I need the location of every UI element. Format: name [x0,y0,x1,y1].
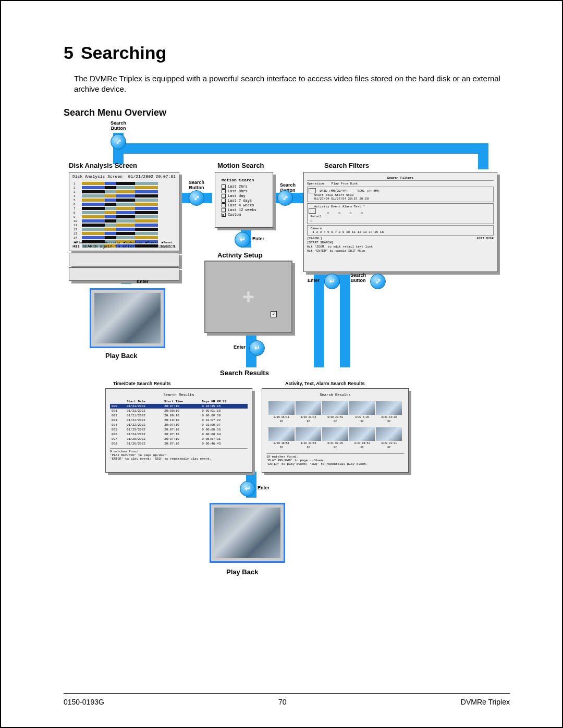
results-hint: 'PLAY REV/FWD' to page up/down [266,459,404,462]
section-heading: Search Menu Overview [64,107,510,118]
search-button-icon: ⤢ [189,190,204,206]
enter-label: Enter [308,278,320,283]
results-title: Search Results [266,393,404,397]
checkbox [222,189,226,193]
checkbox [222,184,226,189]
checkbox [222,208,226,212]
plus-icon: + [242,285,254,309]
chapter-heading: 5Searching [64,43,510,63]
results-table: Start DateStart TimeDays HH:MM:SS00001/2… [110,399,248,446]
flow-arrow [478,143,488,169]
checkbox [222,199,226,203]
motion-search-item: Last 4 weeks [228,203,254,207]
disk-analysis-sub2 [69,267,179,281]
enter-button-icon: ↵ [249,340,265,356]
checkbox [309,188,316,193]
flow-arrow [340,274,350,367]
motion-search-item: Last 7 days [228,199,252,203]
time-date-results-panel: Search Results Start DateStart TimeDays … [105,388,252,473]
checkbox [222,194,226,198]
search-filters-panel: Search Filters Operation: Play From Disk… [303,172,497,272]
checkbox [222,203,226,207]
sf-operation: Play From Disk [332,182,358,186]
enter-label: Enter [252,236,264,241]
search-button-icon: ⤢ [111,134,126,150]
enter-label: Enter [234,344,246,350]
results-matches: 9 matches found. [110,448,248,453]
disk-analysis-screen: Disk Analysis Screen 01/21/2002 20:07:01… [69,172,179,251]
playback-label: Play Back [226,568,258,576]
footer-left: 0150-0193G [64,698,104,706]
results-title: Search Results [110,393,248,397]
flow-arrow [314,274,324,367]
motion-search-label: Motion Search [217,162,264,169]
playback-thumbnail [210,503,285,563]
disk-analysis-title: Disk Analysis Screen [72,175,123,179]
page-footer: 0150-0193G 70 DVMRe Triplex [64,693,510,706]
motion-search-item: Custom [228,213,241,217]
search-button-label: Search Button [345,273,371,283]
disk-analysis-label: Disk Analysis Screen [69,162,137,169]
motion-search-item: Last 8hrs [228,189,248,193]
chapter-number: 5 [64,43,74,63]
time-date-results-label: Time/Date Search Results [113,381,170,386]
motion-search-panel: Motion Search Last 2hrsLast 8hrsLast day… [215,172,273,228]
results-hint: 'PLAY REV/FWD' to page up/down [110,453,248,457]
intro-text: The DVMRe Triplex is equipped with a pow… [74,73,501,95]
activity-checkbox: ✓ [271,311,277,317]
enter-label: Enter [137,279,149,284]
enter-button-icon: ↵ [324,274,340,289]
chapter-title: Searching [81,43,166,63]
flow-diagram: Search Button ⤢ Disk Analysis Screen Dis… [69,122,507,607]
flow-arrow [118,143,488,154]
alarm-results-panel: Search Results 3/19 06:113/19 21:423/19 … [262,388,409,473]
thumbnail-grid: 3/19 06:113/19 21:423/19 23:513/20 6:263… [266,399,404,425]
search-button-label: Search Button [183,180,210,190]
checkbox: ⊠ [222,213,226,217]
motion-search-item: Last 12 weeks [228,208,256,212]
disk-analysis-timestamp: 01/21/2002 20:07:01 [128,175,176,179]
results-hint: 'ENTER' to play event; 'SEQ' to repeated… [110,457,248,461]
playback-label: Play Back [105,352,137,360]
alarm-results-label: Activity, Text, Alarm Search Results [285,381,364,386]
results-hint: 'ENTER' to play event; 'SEQ' to repeated… [266,462,404,466]
disk-analysis-sub1 [69,253,179,266]
thumbnail-grid: 3/20 18:513/20 21:543/21 02:253/21 03:51… [266,425,404,451]
activity-setup-panel: + ✓ [204,261,292,333]
footer-center: 70 [278,698,287,706]
motion-search-item: Last day [228,194,246,198]
search-button-label: Search Button [103,120,134,131]
sf-title: Search Filters [307,176,494,180]
motion-search-item: Last 2hrs [228,184,248,189]
enter-label: Enter [258,485,270,490]
search-button-icon: ⤢ [370,274,386,289]
results-matches: 10 matches found. [266,453,404,459]
enter-button-icon: ↵ [240,481,255,497]
disk-level: Level 1 [158,244,176,249]
enter-button-icon: ↵ [235,232,250,248]
footer-right: DVMRe Triplex [461,698,510,706]
disk-bars: 12345678910111213141516 [82,182,158,230]
search-results-label: Search Results [220,369,269,377]
checkbox [309,208,316,214]
search-button-icon: ⤢ [277,190,293,206]
motion-search-title: Motion Search [222,178,266,182]
playback-thumbnail [90,288,165,348]
activity-setup-label: Activity Setup [217,251,263,259]
page: 5Searching The DVMRe Triplex is equipped… [0,0,563,728]
search-filters-label: Search Filters [324,162,369,169]
